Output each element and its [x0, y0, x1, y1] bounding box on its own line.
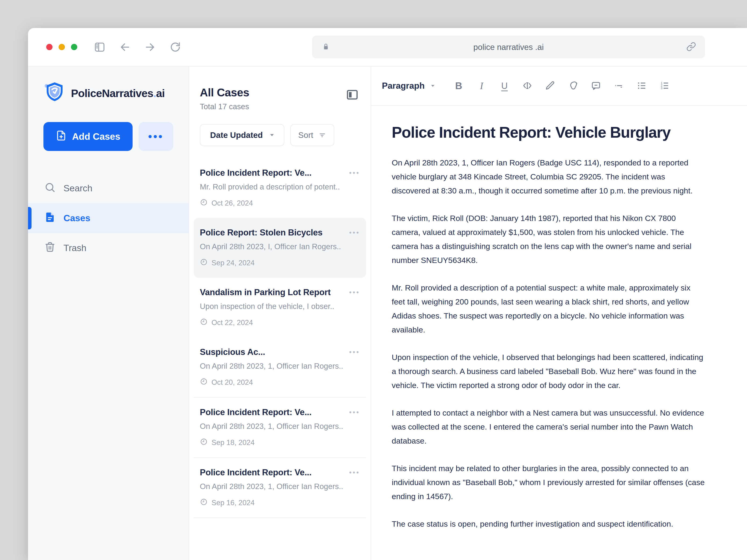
paragraph-style-dropdown[interactable]: Paragraph	[382, 81, 436, 91]
text-cursor-button[interactable]	[521, 79, 534, 92]
browser-sidebar-toggle-button[interactable]	[94, 41, 106, 53]
case-item-date-row: Oct 22, 2024	[200, 318, 360, 328]
case-item-menu-button[interactable]: •••	[349, 168, 360, 177]
sidebar-more-button[interactable]: •••	[139, 122, 173, 151]
editor-toolbar: Paragraph B I U	[371, 66, 747, 106]
horizontal-rule-button[interactable]	[613, 79, 625, 92]
document-paragraph: Upon inspection of the vehicle, I observ…	[392, 350, 706, 392]
chevron-down-icon	[429, 82, 436, 90]
case-list-item[interactable]: Suspicious Ac... ••• On April 28th 2023,…	[194, 338, 366, 397]
italic-button[interactable]: I	[475, 79, 488, 92]
case-item-date: Oct 20, 2024	[211, 378, 253, 386]
more-icon: •••	[148, 130, 164, 142]
comment-button[interactable]	[590, 79, 602, 92]
dots-menu-icon: •••	[349, 408, 360, 416]
case-item-snippet: On April 28th 2023, 1, Officer Ian Roger…	[200, 422, 360, 431]
app-sidebar: PoliceNarratives.ai Add Cases •••	[28, 66, 189, 560]
case-item-menu-button[interactable]: •••	[349, 407, 360, 416]
add-cases-button[interactable]: Add Cases	[44, 122, 133, 151]
bullet-list-icon	[637, 80, 647, 91]
case-item-date: Sep 24, 2024	[211, 259, 254, 267]
dots-menu-icon: •••	[349, 348, 360, 356]
document-paragraph: On April 28th 2023, 1, Officer Ian Roger…	[392, 156, 706, 197]
case-item-menu-button[interactable]: •••	[349, 468, 360, 476]
case-item-date: Sep 18, 2024	[211, 438, 254, 447]
sort-button[interactable]: Sort	[290, 124, 334, 146]
case-item-snippet: Upon inspection of the vehicle, I obser.…	[200, 302, 360, 311]
case-list: Police Incident Report: Ve... ••• Mr. Ro…	[189, 158, 371, 518]
sidebar-item-label: Trash	[63, 243, 86, 253]
date-updated-dropdown[interactable]: Date Updated	[200, 124, 284, 146]
link-icon[interactable]	[686, 42, 696, 53]
case-list-title: All Cases	[200, 86, 249, 99]
clock-icon	[200, 198, 208, 208]
underline-button[interactable]: U	[498, 79, 511, 92]
case-list-item[interactable]: Police Incident Report: Ve... ••• On Apr…	[194, 397, 366, 457]
case-item-menu-button[interactable]: •••	[349, 228, 360, 236]
clock-icon	[200, 438, 208, 448]
sidebar-item-cases[interactable]: Cases	[28, 203, 189, 233]
forward-button[interactable]	[144, 41, 156, 53]
comment-icon	[591, 80, 601, 91]
case-list-panel: All Cases Total 17 cases Date Updated	[189, 66, 371, 560]
sidebar-item-search[interactable]: Search	[28, 174, 189, 203]
clock-icon	[200, 258, 208, 268]
maximize-window-button[interactable]	[71, 44, 77, 50]
file-plus-icon	[56, 130, 67, 143]
forward-arrow-icon	[144, 50, 156, 54]
case-item-title: Vandalism in Parking Lot Report	[200, 288, 331, 297]
clock-icon	[200, 318, 208, 328]
document-editor[interactable]: Police Incident Report: Vehicle Burglary…	[371, 106, 747, 544]
window-controls	[46, 44, 77, 50]
search-icon	[44, 182, 56, 195]
sidebar-item-label: Cases	[63, 213, 91, 223]
case-list-item[interactable]: Police Report: Stolen Bicycles ••• On Ap…	[194, 218, 366, 278]
clock-icon	[200, 377, 208, 387]
sidebar-panel-icon	[94, 50, 106, 54]
case-item-title: Police Incident Report: Ve...	[200, 407, 312, 417]
case-item-menu-button[interactable]: •••	[349, 347, 360, 355]
case-item-snippet: On April 28th 2023, 1, Officer Ian Roger…	[200, 482, 360, 491]
case-list-item[interactable]: Police Incident Report: Ve... ••• Mr. Ro…	[194, 158, 366, 218]
back-arrow-icon	[119, 50, 131, 54]
pencil-button[interactable]	[544, 79, 556, 92]
case-item-date-row: Sep 16, 2024	[200, 498, 360, 508]
sidebar-nav: Search Cases	[28, 174, 189, 263]
document-title: Police Incident Report: Vehicle Burglary	[392, 124, 724, 141]
browser-chrome: police narratives .ai	[28, 28, 747, 66]
highlighter-button[interactable]	[567, 79, 579, 92]
horizontal-rule-icon	[614, 80, 624, 91]
reload-button[interactable]	[169, 41, 181, 53]
case-item-snippet: On April 28th 2023, I, Officer Ian Roger…	[200, 242, 360, 251]
address-bar[interactable]: police narratives .ai	[312, 36, 705, 58]
editor-panel: Paragraph B I U	[371, 66, 747, 560]
numbered-list-icon: 1 2 3	[660, 80, 670, 91]
dots-menu-icon: •••	[349, 288, 360, 296]
bold-button[interactable]: B	[453, 79, 465, 92]
dots-menu-icon: •••	[349, 469, 360, 476]
case-list-item[interactable]: Police Incident Report: Ve... ••• On Apr…	[194, 457, 366, 518]
trash-icon	[44, 241, 56, 255]
bullet-list-button[interactable]	[636, 79, 648, 92]
pencil-icon	[545, 80, 555, 91]
case-item-date-row: Oct 26, 2024	[200, 198, 360, 208]
minimize-window-button[interactable]	[59, 44, 65, 50]
case-list-item[interactable]: Vandalism in Parking Lot Report ••• Upon…	[194, 278, 366, 338]
collapse-panel-button[interactable]	[345, 88, 359, 102]
case-item-menu-button[interactable]: •••	[349, 288, 360, 296]
case-count: Total 17 cases	[200, 102, 249, 111]
numbered-list-button[interactable]: 1 2 3	[659, 79, 671, 92]
lock-icon	[321, 42, 331, 53]
close-window-button[interactable]	[46, 44, 53, 50]
case-item-snippet: On April 28th 2023, 1, Officer Ian Roger…	[200, 362, 360, 371]
back-button[interactable]	[119, 41, 131, 53]
dots-menu-icon: •••	[349, 169, 360, 177]
text-cursor-icon	[522, 80, 533, 91]
shield-logo-icon	[44, 81, 66, 105]
case-item-date: Sep 16, 2024	[211, 499, 254, 507]
document-paragraph: The victim, Rick Roll (DOB: January 14th…	[392, 211, 706, 267]
document-paragraph: This incident may be related to other bu…	[392, 461, 706, 503]
sidebar-item-trash[interactable]: Trash	[28, 233, 189, 263]
case-item-title: Suspicious Ac...	[200, 347, 265, 357]
case-item-date-row: Sep 18, 2024	[200, 438, 360, 448]
